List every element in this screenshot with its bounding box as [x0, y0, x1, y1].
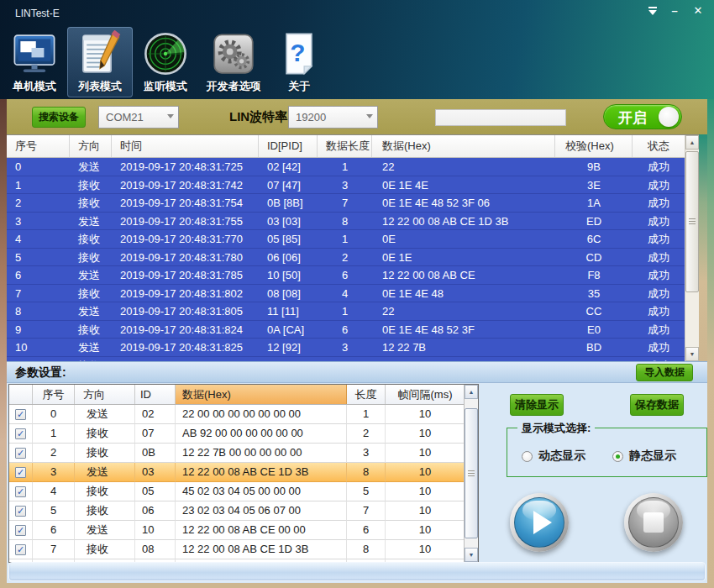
param-row[interactable]: ✓2接收0B12 22 7B 00 00 00 00 00310: [9, 444, 465, 463]
import-data-button[interactable]: 导入数据: [636, 364, 693, 381]
minimize-icon[interactable]: –: [665, 3, 684, 18]
scrollbar-thumb[interactable]: [685, 151, 699, 292]
toolbar-item[interactable]: 列表模式: [67, 27, 133, 97]
enable-checkbox[interactable]: ✓: [15, 448, 26, 459]
param-row[interactable]: ✓7接收0812 22 00 08 AB CE 1D 3B810: [9, 540, 465, 559]
param-row[interactable]: ✓3发送0312 22 00 08 AB CE 1D 3B810: [9, 463, 465, 482]
log-row[interactable]: 4接收2019-09-17 20:48:31:77005 [85]10E6C成功: [7, 230, 685, 249]
enable-checkbox[interactable]: ✓: [15, 486, 26, 497]
log-row[interactable]: 5接收2019-09-17 20:48:31:78006 [06]20E 1EC…: [7, 249, 685, 267]
log-cell-time: 2019-09-17 20:48:31:755: [112, 213, 259, 230]
log-row[interactable]: 7接收2019-09-17 20:48:31:80208 [08]40E 1E …: [7, 285, 685, 303]
col-header-index[interactable]: 序号: [7, 135, 70, 157]
col-header-interval[interactable]: 帧间隔(ms): [386, 385, 465, 404]
toolbar-label: 监听模式: [144, 79, 187, 94]
col-header-direction[interactable]: 方向: [70, 135, 112, 157]
col-header-data[interactable]: 数据(Hex): [176, 385, 347, 404]
log-cell-data: 0E 1E 4E 48: [372, 285, 555, 302]
log-table-scrollbar[interactable]: ▲ ▼: [685, 135, 699, 361]
col-header-direction[interactable]: 方向: [75, 385, 135, 404]
enable-checkbox[interactable]: ✓: [15, 409, 26, 420]
toolbar-item[interactable]: 开发者选项: [198, 27, 269, 97]
log-row[interactable]: 9接收2019-09-17 20:48:31:8240A [CA]60E 1E …: [7, 321, 685, 339]
param-cell-check: ✓: [9, 521, 33, 540]
toolbar-label: 关于: [288, 79, 310, 94]
log-row[interactable]: 1接收2019-09-17 20:48:31:74207 [47]30E 1E …: [7, 176, 685, 195]
stop-button[interactable]: [624, 493, 683, 552]
log-row[interactable]: 10发送2019-09-17 20:48:31:82512 [92]312 22…: [7, 339, 685, 357]
list-icon: [76, 30, 123, 77]
log-row[interactable]: 0发送2019-09-17 20:48:31:72502 [42]1229B成功: [7, 158, 685, 176]
log-cell-data: 12 22 7B: [372, 339, 555, 356]
col-header-length[interactable]: 数据长度: [318, 135, 372, 157]
start-toggle[interactable]: 开启: [603, 104, 682, 129]
col-header-length[interactable]: 长度: [347, 385, 386, 404]
scrollbar-thumb[interactable]: [465, 408, 478, 538]
log-cell-index: 6: [7, 266, 70, 284]
mode-radio[interactable]: 动态显示: [522, 449, 585, 464]
monitor-icon: [11, 30, 58, 77]
save-data-button[interactable]: 保存数据: [630, 394, 684, 416]
com-port-select[interactable]: COM21: [98, 106, 179, 129]
param-cell-data: 12 22 00 08 AB CE 00 00: [176, 521, 347, 540]
enable-checkbox[interactable]: ✓: [15, 428, 26, 439]
mode-radio[interactable]: 静态显示: [612, 449, 676, 464]
col-header-checksum[interactable]: 校验(Hex): [555, 135, 633, 157]
col-header-id[interactable]: ID[PID]: [259, 135, 318, 157]
settings-bar: 搜索设备 COM21 LIN波特率: 19200 开启: [7, 99, 707, 134]
param-cell-check: ✓: [9, 501, 33, 521]
log-cell-status: 成功: [633, 339, 685, 356]
log-cell-id: 06 [06]: [259, 249, 318, 266]
toggle-knob: [659, 107, 679, 127]
com-port-value: COM21: [106, 111, 144, 123]
enable-checkbox[interactable]: ✓: [15, 506, 26, 517]
enable-checkbox[interactable]: ✓: [15, 525, 26, 536]
clear-display-button[interactable]: 清除显示: [510, 394, 564, 416]
window-frame-right: [707, 99, 714, 588]
col-header-status[interactable]: 状态: [633, 135, 685, 157]
log-row[interactable]: 2接收2019-09-17 20:48:31:7540B [8B]70E 1E …: [7, 194, 685, 213]
baud-rate-select[interactable]: 19200: [288, 106, 378, 129]
col-header-index[interactable]: 序号: [33, 385, 75, 404]
param-table-scrollbar[interactable]: ▲ ▼: [464, 385, 478, 562]
log-row[interactable]: 8发送2019-09-17 20:48:31:80511 [11]122CC成功: [7, 302, 685, 321]
params-bar: 参数设置: 导入数据: [7, 361, 707, 383]
param-row[interactable]: ✓6发送1012 22 00 08 AB CE 00 00610: [9, 521, 465, 540]
toolbar-item[interactable]: 监听模式: [133, 27, 198, 97]
enable-checkbox[interactable]: ✓: [15, 467, 26, 478]
log-cell-checksum: CC: [555, 302, 633, 320]
message-input[interactable]: [435, 109, 566, 126]
log-cell-index: 8: [7, 302, 70, 320]
log-cell-status: 成功: [633, 213, 685, 230]
param-row[interactable]: ✓1接收07AB 92 00 00 00 00 00 00210: [9, 424, 465, 444]
scroll-down-icon[interactable]: ▼: [685, 347, 699, 361]
param-cell-index: 4: [33, 482, 75, 501]
search-device-button[interactable]: 搜索设备: [32, 107, 86, 128]
log-cell-time: 2019-09-17 20:48:31:824: [112, 321, 259, 339]
radio-icon: [522, 451, 533, 462]
toolbar-item[interactable]: 单机模式: [5, 27, 64, 97]
close-icon[interactable]: ✕: [689, 3, 707, 18]
play-button[interactable]: [510, 493, 569, 552]
scroll-up-icon[interactable]: ▲: [465, 385, 478, 399]
col-header-data[interactable]: 数据(Hex): [372, 135, 555, 157]
scroll-up-icon[interactable]: ▲: [685, 135, 699, 150]
param-row[interactable]: ✓5接收0623 02 03 04 05 06 07 00710: [9, 501, 465, 521]
log-cell-length: 7: [318, 194, 372, 212]
log-row[interactable]: 6发送2019-09-17 20:48:31:78510 [50]612 22 …: [7, 266, 685, 285]
skin-menu-icon[interactable]: [643, 3, 662, 18]
log-row[interactable]: 3发送2019-09-17 20:48:31:75503 [03]812 22 …: [7, 213, 685, 231]
param-cell-interval: 10: [386, 463, 465, 482]
col-header-id[interactable]: ID: [135, 385, 176, 404]
enable-checkbox[interactable]: ✓: [15, 544, 26, 555]
scroll-down-icon[interactable]: ▼: [465, 548, 478, 562]
param-cell-id: 06: [135, 501, 176, 521]
param-row[interactable]: ✓0发送0222 00 00 00 00 00 00 00110: [9, 405, 465, 424]
col-header-time[interactable]: 时间: [112, 135, 259, 157]
toolbar-item[interactable]: ? 关于: [270, 27, 328, 97]
param-row[interactable]: ✓4接收0545 02 03 04 05 00 00 00510: [9, 482, 465, 501]
param-cell-index: 6: [33, 521, 75, 540]
log-cell-length: 6: [318, 321, 372, 339]
param-cell-id: 03: [135, 463, 176, 482]
log-table: 序号 方向 时间 ID[PID] 数据长度 数据(Hex) 校验(Hex) 状态…: [7, 134, 699, 361]
